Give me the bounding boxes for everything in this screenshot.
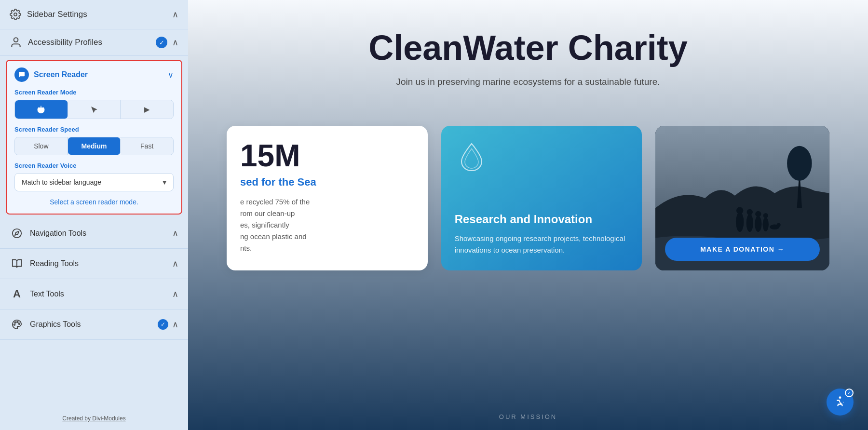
our-mission-text: OUR MISSION: [499, 413, 557, 420]
mode-button-power[interactable]: [15, 100, 68, 119]
sidebar-footer: Created by Divi-Modules: [0, 406, 188, 430]
navigation-tools-chevron: ∧: [172, 228, 178, 239]
photo-card: MAKE A DONATION →: [655, 126, 829, 270]
mode-button-play[interactable]: ▶: [121, 100, 173, 119]
accessibility-profiles-right: ✓ ∧: [156, 37, 178, 48]
graphics-tools-section[interactable]: Graphics Tools ✓ ∧: [0, 309, 188, 340]
mode-button-cursor[interactable]: [68, 100, 121, 119]
stat-number: 15M: [240, 140, 414, 171]
navigation-tools-section[interactable]: Navigation Tools ∧: [0, 218, 188, 249]
footer-link[interactable]: Created by Divi-Modules: [62, 415, 125, 422]
text-tools-title: Text Tools: [30, 290, 64, 298]
accessibility-profiles-chevron: ∧: [172, 37, 178, 48]
speed-button-slow[interactable]: Slow: [15, 137, 68, 155]
svg-point-5: [17, 322, 18, 323]
hero-section: CleanWater Charity Join us in preserving…: [188, 0, 868, 126]
text-icon: A: [10, 287, 24, 301]
svg-point-14: [755, 216, 761, 232]
reading-tools-section[interactable]: Reading Tools ∧: [0, 249, 188, 279]
reading-tools-title: Reading Tools: [30, 259, 79, 268]
sidebar-settings-left: Sidebar Settings: [10, 9, 87, 20]
voice-label: Screen Reader Voice: [14, 162, 174, 169]
main-content: CleanWater Charity Join us in preserving…: [188, 0, 868, 430]
accessibility-profiles-header[interactable]: Accessibility Profiles ✓ ∧: [0, 29, 188, 56]
screen-reader-chevron[interactable]: ∨: [168, 70, 174, 80]
speech-bubble-icon: [14, 67, 29, 82]
gear-icon: [10, 9, 21, 20]
research-card-content: Research and Innovation Showcasing ongoi…: [455, 213, 629, 256]
screen-reader-header-left: Screen Reader: [14, 67, 88, 82]
person-icon: [10, 36, 22, 49]
stat-tagline: sed for the Sea: [240, 176, 414, 188]
svg-point-11: [736, 207, 743, 214]
stat-card: 15M sed for the Sea e recycled 75% of th…: [227, 126, 428, 270]
svg-point-13: [747, 209, 753, 215]
accessibility-profiles-left: Accessibility Profiles: [10, 36, 102, 49]
svg-point-20: [787, 146, 812, 181]
svg-point-7: [14, 322, 16, 323]
select-mode-link[interactable]: Select a screen reader mode.: [14, 198, 174, 206]
speed-button-fast[interactable]: Fast: [121, 137, 173, 155]
navigation-tools-title: Navigation Tools: [30, 229, 86, 238]
graphics-tools-right: ✓ ∧: [158, 319, 178, 330]
svg-point-12: [746, 214, 753, 232]
reading-tools-chevron: ∧: [172, 258, 178, 269]
text-tools-section[interactable]: A Text Tools ∧: [0, 279, 188, 309]
accessibility-profiles-title: Accessibility Profiles: [28, 38, 102, 47]
palette-icon: [10, 317, 24, 332]
text-tools-chevron: ∧: [172, 289, 178, 299]
graphics-tools-chevron: ∧: [172, 319, 178, 330]
svg-point-17: [763, 213, 768, 218]
screen-reader-header: Screen Reader ∨: [14, 67, 174, 82]
water-drop-container: [455, 140, 629, 186]
navigation-tools-left: Navigation Tools: [10, 226, 86, 241]
sidebar-settings-header[interactable]: Sidebar Settings ∧: [0, 0, 188, 29]
accessibility-sidebar: Sidebar Settings ∧ Accessibility Profile…: [0, 0, 188, 430]
hero-subtitle: Join us in preserving marine ecosystems …: [227, 77, 829, 87]
water-drop-icon: [455, 140, 488, 174]
svg-point-15: [755, 211, 761, 217]
graphics-tools-left: Graphics Tools: [10, 317, 81, 332]
svg-point-3: [13, 229, 21, 238]
svg-point-10: [736, 212, 744, 232]
cards-row: 15M sed for the Sea e recycled 75% of th…: [188, 126, 868, 270]
reading-tools-left: Reading Tools: [10, 256, 79, 271]
accessibility-profiles-check: ✓: [156, 37, 167, 48]
voice-select-wrapper: Match to sidebar language English (US) E…: [14, 173, 174, 191]
screen-reader-speed-buttons: Slow Medium Fast: [14, 137, 174, 155]
fab-check-badge: ✓: [845, 389, 854, 397]
donate-button[interactable]: MAKE A DONATION →: [665, 238, 820, 261]
voice-select[interactable]: Match to sidebar language English (US) E…: [14, 173, 174, 191]
svg-point-6: [19, 323, 20, 324]
accessibility-icon: [833, 395, 847, 409]
speed-label: Screen Reader Speed: [14, 126, 174, 133]
svg-point-21: [839, 396, 841, 399]
accessibility-fab[interactable]: ✓: [827, 389, 854, 416]
hero-title: CleanWater Charity: [227, 29, 829, 67]
svg-point-0: [14, 13, 17, 16]
text-tools-left: A Text Tools: [10, 287, 64, 301]
svg-point-8: [14, 324, 15, 325]
speed-button-medium[interactable]: Medium: [68, 137, 121, 155]
screen-reader-mode-buttons: ▶: [14, 100, 174, 119]
graphics-tools-check: ✓: [158, 319, 168, 330]
sidebar-settings-title: Sidebar Settings: [27, 10, 87, 19]
research-card: Research and Innovation Showcasing ongoi…: [441, 126, 642, 270]
svg-point-1: [14, 38, 18, 42]
screen-reader-panel: Screen Reader ∨ Screen Reader Mode ▶ S: [6, 60, 182, 215]
research-card-title: Research and Innovation: [455, 213, 629, 226]
research-card-desc: Showcasing ongoing research projects, te…: [455, 233, 629, 256]
navigation-icon: [10, 226, 24, 241]
svg-point-16: [763, 217, 769, 231]
mode-label: Screen Reader Mode: [14, 89, 174, 96]
sidebar-settings-chevron: ∧: [172, 9, 178, 20]
svg-point-19: [777, 223, 781, 227]
stat-desc: e recycled 75% of therom our clean-upes,…: [240, 196, 414, 254]
reading-icon: [10, 256, 24, 271]
graphics-tools-title: Graphics Tools: [30, 320, 81, 329]
svg-marker-4: [15, 231, 19, 235]
screen-reader-title: Screen Reader: [34, 70, 88, 79]
